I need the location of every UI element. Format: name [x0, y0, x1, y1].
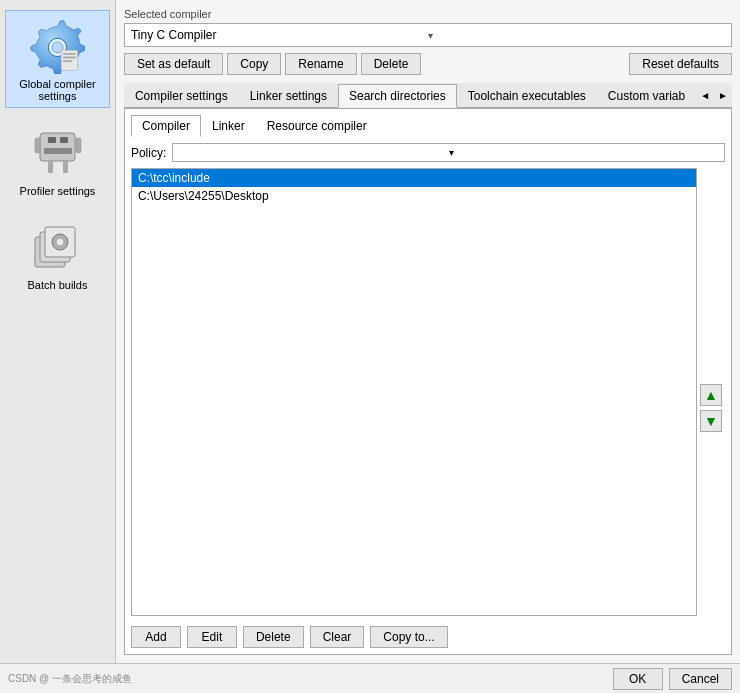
tab-custom-variables[interactable]: Custom variab: [597, 84, 696, 107]
policy-label: Policy:: [131, 146, 166, 160]
sub-tab-linker[interactable]: Linker: [201, 115, 256, 137]
down-arrow-icon: ▼: [704, 413, 718, 429]
tab-search-directories[interactable]: Search directories: [338, 84, 457, 108]
dir-list-area: C:\tcc\include C:\Users\24255\Desktop Ad…: [131, 168, 697, 648]
dir-item-1[interactable]: C:\tcc\include: [132, 169, 696, 187]
cancel-button[interactable]: Cancel: [669, 668, 732, 690]
rename-button[interactable]: Rename: [285, 53, 356, 75]
svg-rect-9: [44, 148, 72, 154]
bottom-delete-button[interactable]: Delete: [243, 626, 304, 648]
svg-rect-3: [63, 52, 76, 54]
main-tab-bar: Compiler settings Linker settings Search…: [124, 83, 732, 108]
sidebar-item-global-compiler[interactable]: Global compiler settings: [5, 10, 110, 108]
svg-rect-4: [63, 56, 76, 58]
svg-rect-5: [63, 60, 72, 62]
sidebar: Global compiler settings Profiler settin…: [0, 0, 116, 663]
sidebar-item-profiler[interactable]: Profiler settings: [5, 118, 110, 202]
inner-panel: Compiler Linker Resource compiler Policy…: [124, 108, 732, 655]
dir-item-2[interactable]: C:\Users\24255\Desktop: [132, 187, 696, 205]
policy-dropdown-chevron: ▾: [449, 147, 718, 158]
clear-button[interactable]: Clear: [310, 626, 365, 648]
svg-rect-8: [60, 137, 68, 143]
tab-compiler-settings[interactable]: Compiler settings: [124, 84, 239, 107]
delete-button[interactable]: Delete: [361, 53, 422, 75]
sub-tab-compiler[interactable]: Compiler: [131, 115, 201, 137]
compiler-dropdown-chevron: ▾: [428, 30, 725, 41]
svg-rect-6: [40, 133, 75, 161]
tab-scroll-arrow-right[interactable]: ►: [714, 88, 732, 103]
profiler-icon: [27, 123, 87, 183]
svg-rect-13: [63, 161, 68, 173]
copy-button[interactable]: Copy: [227, 53, 281, 75]
sidebar-item-batch[interactable]: Batch builds: [5, 212, 110, 296]
main-content: Selected compiler Tiny C Compiler ▾ Set …: [116, 0, 740, 663]
policy-row: Policy: ▾: [131, 143, 725, 162]
set-default-button[interactable]: Set as default: [124, 53, 223, 75]
svg-rect-11: [76, 138, 81, 153]
up-arrow-icon: ▲: [704, 387, 718, 403]
svg-point-18: [56, 238, 64, 246]
arrow-buttons: ▲ ▼: [697, 168, 725, 648]
tab-linker-settings[interactable]: Linker settings: [239, 84, 338, 107]
svg-rect-12: [48, 161, 53, 173]
copy-to-button[interactable]: Copy to...: [370, 626, 447, 648]
add-button[interactable]: Add: [131, 626, 181, 648]
svg-rect-7: [48, 137, 56, 143]
compiler-toolbar: Set as default Copy Rename Delete Reset …: [124, 53, 732, 75]
compiler-dropdown[interactable]: Tiny C Compiler ▾: [124, 23, 732, 47]
policy-dropdown[interactable]: ▾: [172, 143, 725, 162]
watermark-label: CSDN @ 一条会思考的咸鱼: [8, 672, 132, 686]
directory-list[interactable]: C:\tcc\include C:\Users\24255\Desktop: [131, 168, 697, 616]
bottom-toolbar: Add Edit Delete Clear Copy to...: [131, 626, 697, 648]
tab-scroll-arrow[interactable]: ◄: [696, 88, 714, 103]
selected-compiler-label: Selected compiler: [124, 8, 732, 20]
dir-list-with-arrows: C:\tcc\include C:\Users\24255\Desktop Ad…: [131, 168, 725, 648]
sidebar-item-batch-label: Batch builds: [28, 279, 88, 291]
sidebar-item-global-compiler-label: Global compiler settings: [19, 78, 95, 102]
batch-icon: [27, 217, 87, 277]
global-compiler-icon: [27, 16, 87, 76]
svg-rect-10: [35, 138, 40, 153]
ok-button[interactable]: OK: [613, 668, 663, 690]
tab-toolchain-executables[interactable]: Toolchain executables: [457, 84, 597, 107]
footer-bar: CSDN @ 一条会思考的咸鱼 OK Cancel: [0, 663, 740, 693]
move-up-button[interactable]: ▲: [700, 384, 722, 406]
sidebar-item-profiler-label: Profiler settings: [20, 185, 96, 197]
compiler-dropdown-value: Tiny C Compiler: [131, 28, 428, 42]
edit-button[interactable]: Edit: [187, 626, 237, 648]
reset-defaults-button[interactable]: Reset defaults: [629, 53, 732, 75]
sub-tab-bar: Compiler Linker Resource compiler: [131, 115, 725, 137]
move-down-button[interactable]: ▼: [700, 410, 722, 432]
sub-tab-resource-compiler[interactable]: Resource compiler: [256, 115, 378, 137]
